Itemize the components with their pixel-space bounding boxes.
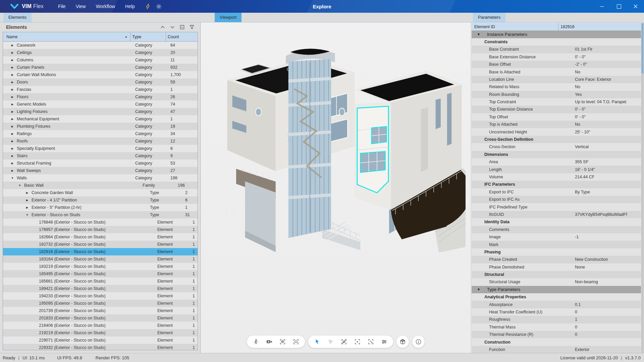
collapse-arrow-icon[interactable]: ▼ [477,33,483,36]
parameter-row[interactable]: Related to MassNo [472,83,641,90]
parameter-row[interactable]: Base Extension Distance0' - 0" [472,53,641,61]
expand-arrow-icon[interactable]: ▶ [24,191,30,194]
tree-row[interactable]: ▶RailingsCategory34 [3,130,198,137]
tree-row[interactable]: ▶ColumnsCategory11 [3,56,198,64]
frame-all-icon[interactable] [292,338,300,345]
tab-viewport[interactable]: Viewport [215,13,241,22]
first-person-camera-icon[interactable]: A [266,338,273,345]
expand-arrow-icon[interactable]: ▶ [10,139,15,143]
tree-row[interactable]: ▶Lighting FixturesCategory47 [3,108,198,115]
tree-row[interactable]: ▶Mechanical EquipmentCategory1 [3,115,198,123]
tree-row[interactable]: ▶Curtain Wall MullionsCategory1,700 [3,71,198,78]
menu-view[interactable]: View [71,0,91,13]
parameter-row[interactable]: Base is AttachedNo [472,68,641,75]
element-row[interactable]: ▶201739 (Exterior - Stucco on Studs)Elem… [3,307,198,314]
expand-arrow-icon[interactable]: ▶ [10,132,15,135]
parameter-row[interactable]: Structural UsageNon-bearing [472,278,641,286]
collapse-arrow-icon[interactable]: ▼ [10,176,15,180]
tree-row[interactable]: ▶Exterior - 4 1/2" PartitionType6 [3,196,198,204]
parameter-row[interactable]: Base Offset-2' - 0" [472,61,641,68]
expand-arrow-icon[interactable]: ▶ [24,206,30,209]
tree-row[interactable]: ▶Curtain PanelsCategory932 [3,64,198,71]
menu-file[interactable]: File [53,0,71,13]
parameter-row[interactable]: Cross-SectionVertical [472,143,641,150]
parameter-row[interactable]: Roughness1 [472,316,641,323]
expand-arrow-icon[interactable]: ▶ [24,198,30,202]
tree-row[interactable]: ▶StairsCategory9 [3,152,198,160]
element-row[interactable]: ▶182664 (Exterior - Stucco on Studs)Elem… [3,233,198,241]
parameter-row[interactable]: Heat Transfer Coefficient (U)0 [472,308,641,316]
parameter-row[interactable]: Export to IFCBy Type [472,188,641,196]
orbit-disabled-icon[interactable] [340,338,347,345]
filter-icon[interactable] [188,23,196,31]
collapse-arrow-icon[interactable]: ▼ [17,184,22,187]
parameter-row[interactable]: Phase DemolishedNone [472,263,641,271]
column-header-name[interactable]: Name ▲ [3,32,130,41]
collapse-arrow-icon[interactable]: ▼ [24,213,30,217]
element-row[interactable]: ▶219219 (Exterior - Stucco on Studs)Elem… [3,329,198,337]
expand-arrow-icon[interactable]: ▶ [10,66,15,69]
parameters-scrollbar[interactable] [641,23,644,353]
walk-icon[interactable] [252,338,259,345]
tree-row[interactable]: ▶Specialty EquipmentCategory6 [3,145,198,152]
expand-arrow-icon[interactable]: ▶ [10,162,15,165]
element-row[interactable]: ▶185495 (Exterior - Stucco on Studs)Elem… [3,270,198,278]
column-header-type[interactable]: Type [130,32,166,41]
element-row[interactable]: ▶195095 (Exterior - Stucco on Studs)Elem… [3,300,198,307]
tree-row[interactable]: ▶Concrete Garden WallType2 [3,189,198,196]
parameter-row[interactable]: Comments [472,226,641,233]
tab-elements[interactable]: Elements [3,13,32,22]
expand-arrow-icon[interactable]: ▶ [10,80,15,84]
parameter-row[interactable]: Location LineCore Face: Exterior [472,76,641,83]
parameter-row[interactable]: Area355 SF [472,158,641,166]
parameter-row[interactable]: Mark [472,241,641,248]
element-row[interactable]: ▶185661 (Exterior - Stucco on Studs)Elem… [3,278,198,285]
parameter-row[interactable]: Unconnected Height25' - 10" [472,128,641,135]
expand-arrow-icon[interactable]: ▶ [10,169,15,172]
section-box-icon[interactable] [399,338,406,345]
element-row[interactable]: ▶201833 (Exterior - Stucco on Studs)Elem… [3,314,198,322]
parameter-row[interactable]: Absorptance0.1 [472,301,641,308]
expand-arrow-icon[interactable]: ▶ [10,88,15,91]
tree-row[interactable]: ▶CaseworkCategory64 [3,42,198,49]
tree-row[interactable]: ▶Structural FramingCategory53 [3,160,198,167]
element-row[interactable]: ▶176848 (Exterior - Stucco on Studs)Elem… [3,219,198,226]
parameter-row[interactable]: Room BoundingYes [472,91,641,98]
parameter-row[interactable]: Top ConstraintUp to level: 04 T.O. Parap… [472,98,641,106]
brightness-sun-icon[interactable] [156,3,162,10]
parameter-row[interactable]: Length18' - 0 1/4" [472,166,641,173]
parameter-row[interactable]: Thermal Resistance (R)0 [472,331,641,338]
parameter-row[interactable]: Phase CreatedNew Construction [472,256,641,263]
scrollbar-thumb[interactable] [641,23,644,73]
tree-row[interactable]: ▶RoofsCategory12 [3,137,198,145]
tree-row[interactable]: ▶Generic ModelsCategory74 [3,101,198,108]
parameter-row[interactable]: Top is AttachedNo [472,121,641,128]
element-row[interactable]: ▶182916 (Exterior - Stucco on Studs)Elem… [3,248,198,255]
frame-object-icon[interactable] [279,338,286,345]
expand-arrow-icon[interactable]: ▶ [10,117,15,121]
tree-row[interactable]: ▼WallsCategory198 [3,174,198,182]
parameter-row[interactable]: Volume214.44 CF [472,173,641,181]
tree-row[interactable]: ▶DoorsCategory59 [3,78,198,86]
element-row[interactable]: ▶229332 (Exterior - Stucco on Studs)Elem… [3,344,198,350]
parameter-group-type-parameters[interactable]: ▼Type Parameters [472,286,641,293]
parameter-row[interactable]: Export to IFC As [472,196,641,203]
tree-row[interactable]: ▶FasciasCategory1 [3,86,198,93]
viewport-panel[interactable]: AA [201,22,471,353]
expand-arrow-icon[interactable]: ▶ [10,73,15,76]
tree-row[interactable]: ▶FloorsCategory26 [3,93,198,101]
group-select-icon[interactable] [327,338,334,345]
parameter-row[interactable]: Top Offset0' - 0" [472,113,641,121]
expand-arrow-icon[interactable]: ▶ [10,125,15,128]
element-row[interactable]: ▶182732 (Exterior - Stucco on Studs)Elem… [3,241,198,248]
tree-row[interactable]: ▶Wall SweepsCategory27 [3,167,198,174]
expand-arrow-icon[interactable]: ▶ [10,95,15,99]
maximize-button[interactable] [610,0,627,13]
menu-workflow[interactable]: Workflow [91,0,120,13]
lightning-bolt-icon[interactable] [145,3,151,10]
parameter-row[interactable]: Base Constraint01 1st Flr [472,46,641,53]
3d-building-model[interactable] [211,26,466,260]
parameter-row[interactable]: IfcGUID37VKYdyB54Pxq68uIMadFf [472,211,641,218]
tab-parameters[interactable]: Parameters [473,13,505,22]
element-row[interactable]: ▶183219 (Exterior - Stucco on Studs)Elem… [3,263,198,270]
